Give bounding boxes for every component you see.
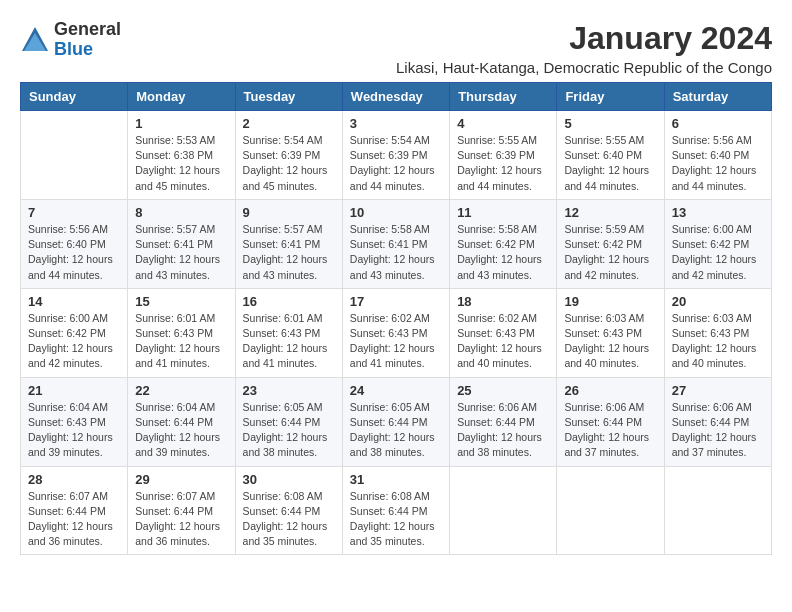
weekday-header-row: SundayMondayTuesdayWednesdayThursdayFrid… [21,83,772,111]
day-info: Sunrise: 6:06 AM Sunset: 6:44 PM Dayligh… [564,400,656,461]
day-number: 8 [135,205,227,220]
day-info: Sunrise: 5:55 AM Sunset: 6:40 PM Dayligh… [564,133,656,194]
page-header: General Blue January 2024 Likasi, Haut-K… [20,20,772,76]
calendar-cell: 9Sunrise: 5:57 AM Sunset: 6:41 PM Daylig… [235,199,342,288]
day-info: Sunrise: 6:02 AM Sunset: 6:43 PM Dayligh… [350,311,442,372]
day-number: 24 [350,383,442,398]
day-number: 19 [564,294,656,309]
day-number: 17 [350,294,442,309]
calendar-cell: 16Sunrise: 6:01 AM Sunset: 6:43 PM Dayli… [235,288,342,377]
day-info: Sunrise: 6:03 AM Sunset: 6:43 PM Dayligh… [672,311,764,372]
day-number: 29 [135,472,227,487]
calendar-cell: 1Sunrise: 5:53 AM Sunset: 6:38 PM Daylig… [128,111,235,200]
day-info: Sunrise: 6:07 AM Sunset: 6:44 PM Dayligh… [135,489,227,550]
weekday-header-sunday: Sunday [21,83,128,111]
calendar-cell: 15Sunrise: 6:01 AM Sunset: 6:43 PM Dayli… [128,288,235,377]
calendar-cell: 26Sunrise: 6:06 AM Sunset: 6:44 PM Dayli… [557,377,664,466]
calendar-cell [664,466,771,555]
calendar-cell: 6Sunrise: 5:56 AM Sunset: 6:40 PM Daylig… [664,111,771,200]
calendar-cell [557,466,664,555]
weekday-header-tuesday: Tuesday [235,83,342,111]
day-info: Sunrise: 5:58 AM Sunset: 6:41 PM Dayligh… [350,222,442,283]
logo: General Blue [20,20,121,60]
day-number: 3 [350,116,442,131]
calendar-cell: 10Sunrise: 5:58 AM Sunset: 6:41 PM Dayli… [342,199,449,288]
week-row-3: 14Sunrise: 6:00 AM Sunset: 6:42 PM Dayli… [21,288,772,377]
title-area: January 2024 Likasi, Haut-Katanga, Democ… [396,20,772,76]
calendar-cell: 13Sunrise: 6:00 AM Sunset: 6:42 PM Dayli… [664,199,771,288]
calendar-cell: 19Sunrise: 6:03 AM Sunset: 6:43 PM Dayli… [557,288,664,377]
day-number: 10 [350,205,442,220]
day-number: 12 [564,205,656,220]
day-info: Sunrise: 6:07 AM Sunset: 6:44 PM Dayligh… [28,489,120,550]
day-info: Sunrise: 5:54 AM Sunset: 6:39 PM Dayligh… [243,133,335,194]
day-info: Sunrise: 6:00 AM Sunset: 6:42 PM Dayligh… [672,222,764,283]
calendar-table: SundayMondayTuesdayWednesdayThursdayFrid… [20,82,772,555]
calendar-cell [21,111,128,200]
day-number: 23 [243,383,335,398]
calendar-cell: 31Sunrise: 6:08 AM Sunset: 6:44 PM Dayli… [342,466,449,555]
day-info: Sunrise: 6:06 AM Sunset: 6:44 PM Dayligh… [457,400,549,461]
calendar-cell: 23Sunrise: 6:05 AM Sunset: 6:44 PM Dayli… [235,377,342,466]
week-row-2: 7Sunrise: 5:56 AM Sunset: 6:40 PM Daylig… [21,199,772,288]
day-info: Sunrise: 6:06 AM Sunset: 6:44 PM Dayligh… [672,400,764,461]
day-info: Sunrise: 6:04 AM Sunset: 6:43 PM Dayligh… [28,400,120,461]
calendar-cell: 22Sunrise: 6:04 AM Sunset: 6:44 PM Dayli… [128,377,235,466]
calendar-cell: 18Sunrise: 6:02 AM Sunset: 6:43 PM Dayli… [450,288,557,377]
day-number: 13 [672,205,764,220]
logo-icon [20,25,50,55]
weekday-header-saturday: Saturday [664,83,771,111]
day-info: Sunrise: 6:05 AM Sunset: 6:44 PM Dayligh… [350,400,442,461]
weekday-header-friday: Friday [557,83,664,111]
day-info: Sunrise: 5:58 AM Sunset: 6:42 PM Dayligh… [457,222,549,283]
day-number: 18 [457,294,549,309]
day-info: Sunrise: 5:55 AM Sunset: 6:39 PM Dayligh… [457,133,549,194]
day-number: 1 [135,116,227,131]
calendar-cell: 8Sunrise: 5:57 AM Sunset: 6:41 PM Daylig… [128,199,235,288]
day-info: Sunrise: 6:03 AM Sunset: 6:43 PM Dayligh… [564,311,656,372]
calendar-cell: 29Sunrise: 6:07 AM Sunset: 6:44 PM Dayli… [128,466,235,555]
calendar-cell: 27Sunrise: 6:06 AM Sunset: 6:44 PM Dayli… [664,377,771,466]
calendar-cell: 14Sunrise: 6:00 AM Sunset: 6:42 PM Dayli… [21,288,128,377]
day-info: Sunrise: 5:56 AM Sunset: 6:40 PM Dayligh… [672,133,764,194]
month-title: January 2024 [396,20,772,57]
day-number: 4 [457,116,549,131]
day-number: 21 [28,383,120,398]
weekday-header-wednesday: Wednesday [342,83,449,111]
calendar-cell: 5Sunrise: 5:55 AM Sunset: 6:40 PM Daylig… [557,111,664,200]
calendar-cell: 2Sunrise: 5:54 AM Sunset: 6:39 PM Daylig… [235,111,342,200]
day-number: 26 [564,383,656,398]
logo-text: General Blue [54,20,121,60]
weekday-header-monday: Monday [128,83,235,111]
day-number: 16 [243,294,335,309]
calendar-cell: 3Sunrise: 5:54 AM Sunset: 6:39 PM Daylig… [342,111,449,200]
day-number: 20 [672,294,764,309]
day-info: Sunrise: 5:54 AM Sunset: 6:39 PM Dayligh… [350,133,442,194]
calendar-cell: 17Sunrise: 6:02 AM Sunset: 6:43 PM Dayli… [342,288,449,377]
calendar-cell: 12Sunrise: 5:59 AM Sunset: 6:42 PM Dayli… [557,199,664,288]
day-info: Sunrise: 6:05 AM Sunset: 6:44 PM Dayligh… [243,400,335,461]
day-number: 9 [243,205,335,220]
day-number: 14 [28,294,120,309]
day-info: Sunrise: 6:01 AM Sunset: 6:43 PM Dayligh… [243,311,335,372]
calendar-cell: 25Sunrise: 6:06 AM Sunset: 6:44 PM Dayli… [450,377,557,466]
day-info: Sunrise: 6:08 AM Sunset: 6:44 PM Dayligh… [350,489,442,550]
day-number: 28 [28,472,120,487]
day-number: 11 [457,205,549,220]
calendar-cell: 30Sunrise: 6:08 AM Sunset: 6:44 PM Dayli… [235,466,342,555]
day-number: 27 [672,383,764,398]
calendar-cell [450,466,557,555]
calendar-cell: 28Sunrise: 6:07 AM Sunset: 6:44 PM Dayli… [21,466,128,555]
day-number: 22 [135,383,227,398]
week-row-5: 28Sunrise: 6:07 AM Sunset: 6:44 PM Dayli… [21,466,772,555]
day-info: Sunrise: 6:01 AM Sunset: 6:43 PM Dayligh… [135,311,227,372]
week-row-1: 1Sunrise: 5:53 AM Sunset: 6:38 PM Daylig… [21,111,772,200]
week-row-4: 21Sunrise: 6:04 AM Sunset: 6:43 PM Dayli… [21,377,772,466]
weekday-header-thursday: Thursday [450,83,557,111]
day-number: 15 [135,294,227,309]
day-info: Sunrise: 5:53 AM Sunset: 6:38 PM Dayligh… [135,133,227,194]
calendar-cell: 7Sunrise: 5:56 AM Sunset: 6:40 PM Daylig… [21,199,128,288]
day-number: 6 [672,116,764,131]
calendar-cell: 20Sunrise: 6:03 AM Sunset: 6:43 PM Dayli… [664,288,771,377]
day-info: Sunrise: 5:59 AM Sunset: 6:42 PM Dayligh… [564,222,656,283]
